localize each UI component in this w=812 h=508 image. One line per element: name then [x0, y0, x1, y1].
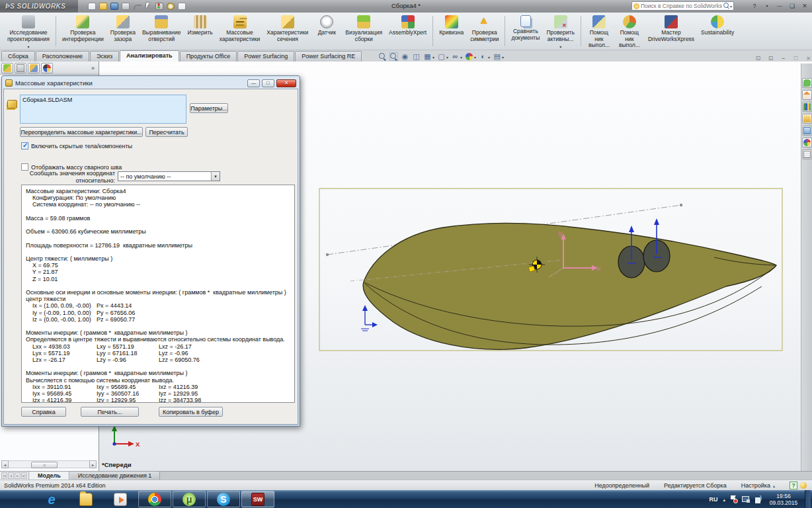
model-tab-prev-button[interactable]: [8, 472, 14, 479]
help-arrow[interactable]: [762, 1, 772, 10]
model-tab-first-button[interactable]: [1, 472, 7, 479]
options-button[interactable]: Параметры...: [190, 103, 228, 113]
symmetry-check-button[interactable]: Проверка симметрии: [467, 15, 502, 48]
assemblyxpert-button[interactable]: AssemblyXpert: [386, 15, 430, 48]
restore-window-button[interactable]: [788, 1, 797, 10]
appearances-tab[interactable]: [802, 138, 812, 148]
forum-tab[interactable]: [802, 78, 812, 88]
view-orientation-button[interactable]: [423, 52, 434, 61]
dialog-minimize-button[interactable]: [247, 79, 260, 87]
custom-properties-tab[interactable]: [802, 149, 812, 159]
hide-show-items-button[interactable]: [451, 52, 462, 61]
mass-properties-button[interactable]: Массовые характеристики: [216, 15, 264, 48]
compare-documents-button[interactable]: Сравнить документы: [508, 15, 543, 48]
search-icon[interactable]: [723, 3, 730, 9]
propertymanager-tab[interactable]: [15, 63, 26, 73]
feature-tree-hscrollbar[interactable]: ◂ ▸: [1, 460, 97, 468]
chrome-button[interactable]: [138, 491, 171, 507]
zoom-selected-button[interactable]: [401, 52, 409, 61]
select-button[interactable]: [143, 2, 153, 11]
sustainability-button[interactable]: Sustainability: [698, 15, 737, 48]
search-dropdown-icon[interactable]: [730, 3, 732, 9]
section-properties-button[interactable]: Характеристики сечения: [263, 15, 311, 48]
undo-button[interactable]: [132, 2, 142, 11]
search-input[interactable]: [639, 3, 723, 9]
assembly-visualization-button[interactable]: Визуализация сборки: [342, 15, 386, 48]
chevron-up-icon[interactable]: [773, 482, 775, 489]
tab-layout[interactable]: Расположение: [36, 51, 89, 62]
tab-power-surfacing[interactable]: Power Surfacing: [237, 51, 294, 62]
tab-assembly[interactable]: Сборка: [1, 51, 35, 62]
motion-study-tab[interactable]: Исследование движения 1: [69, 472, 160, 480]
dialog-title-bar[interactable]: Массовые характеристики: [3, 77, 298, 89]
costing-assistant-button[interactable]: Помощ ник выпол...: [584, 15, 614, 48]
network-icon[interactable]: [742, 496, 750, 503]
internet-explorer-button[interactable]: [35, 491, 68, 507]
copy-to-clipboard-button[interactable]: Копировать в буфер: [159, 407, 223, 417]
volume-icon[interactable]: [755, 495, 762, 503]
dropdown-arrow-icon[interactable]: [474, 54, 476, 60]
dialog-close-button[interactable]: [276, 79, 296, 87]
skype-button[interactable]: [207, 491, 240, 507]
coordinate-system-combobox[interactable]: -- по умолчанию --: [118, 171, 220, 181]
print-button[interactable]: Печать...: [81, 407, 139, 417]
display-style-button[interactable]: [437, 52, 448, 61]
media-player-button[interactable]: [104, 491, 137, 507]
hole-alignment-button[interactable]: Выравнивание отверстий: [139, 15, 184, 48]
section-view-button[interactable]: [412, 52, 421, 61]
doc-tile-button[interactable]: [766, 54, 775, 62]
edit-appearance-button[interactable]: [465, 52, 476, 61]
resources-tab[interactable]: [802, 90, 812, 100]
zoom-area-button[interactable]: [389, 52, 398, 61]
design-library-tab[interactable]: [802, 102, 812, 112]
file-explorer-tab[interactable]: [802, 114, 812, 124]
doc-minimize-button[interactable]: [779, 54, 788, 62]
tab-evaluate[interactable]: Анализировать: [120, 50, 179, 62]
apply-scene-button[interactable]: [479, 52, 490, 61]
action-center-icon[interactable]: [731, 495, 737, 503]
scroll-right-icon[interactable]: ▸: [89, 460, 97, 468]
dropdown-arrow-icon[interactable]: [446, 54, 448, 60]
utorrent-button[interactable]: [173, 491, 206, 507]
doc-restore-button[interactable]: [792, 54, 800, 62]
view-settings-button[interactable]: [493, 52, 504, 61]
measure-button[interactable]: Измерить: [184, 15, 216, 48]
dialog-maximize-button[interactable]: [262, 79, 274, 87]
model-tab-last-button[interactable]: [21, 472, 27, 479]
configurationmanager-tab[interactable]: [28, 63, 40, 73]
doc-close-button[interactable]: [804, 54, 812, 62]
include-hidden-checkbox[interactable]: [21, 142, 28, 149]
file-explorer-button[interactable]: [69, 491, 102, 507]
view-palette-tab[interactable]: [802, 126, 812, 136]
document-name[interactable]: Сборка4.SLDASM: [22, 97, 72, 103]
tab-power-surfacing-re[interactable]: Power Surfacing RE: [295, 51, 362, 62]
search-box[interactable]: [631, 1, 734, 11]
override-mass-properties-button[interactable]: Переопределить массовые характеристики..…: [20, 127, 143, 137]
doc-cascade-button[interactable]: [754, 54, 762, 62]
mate-hole-right[interactable]: [643, 218, 670, 272]
minimize-window-button[interactable]: [775, 1, 784, 10]
expand-panel-button[interactable]: »: [91, 65, 97, 71]
driveworksxpress-button[interactable]: Мастер DriveWorksXpress: [645, 15, 698, 48]
open-button[interactable]: [99, 2, 108, 11]
dropdown-arrow-icon[interactable]: [488, 54, 490, 60]
curvature-button[interactable]: Кривизна: [436, 15, 467, 48]
document-listbox[interactable]: Сборка4.SLDASM: [20, 95, 186, 124]
tab-office-products[interactable]: Продукты Office: [180, 51, 237, 62]
zoom-fit-button[interactable]: [378, 52, 387, 61]
model-tab[interactable]: Модель: [29, 472, 69, 480]
task-assistant-button[interactable]: Помощ ник выпол...: [614, 15, 645, 48]
options-button[interactable]: [166, 2, 175, 11]
model-tab-next-button[interactable]: [15, 472, 20, 479]
help-ball-icon[interactable]: [800, 482, 807, 489]
file-properties-button[interactable]: [177, 2, 186, 11]
design-study-button[interactable]: Исследование проектирования: [4, 15, 53, 48]
language-indicator[interactable]: RU: [709, 496, 717, 503]
featuremanager-tab[interactable]: [1, 63, 13, 73]
customize-label[interactable]: Настройка: [741, 482, 770, 489]
recalculate-button[interactable]: Пересчитать: [145, 127, 188, 137]
new-document-button[interactable]: [87, 2, 97, 11]
clock[interactable]: 19:56 09.03.2015: [768, 493, 799, 506]
quick-tips-icon[interactable]: ?: [790, 482, 797, 489]
interference-lights-button[interactable]: [155, 2, 164, 11]
